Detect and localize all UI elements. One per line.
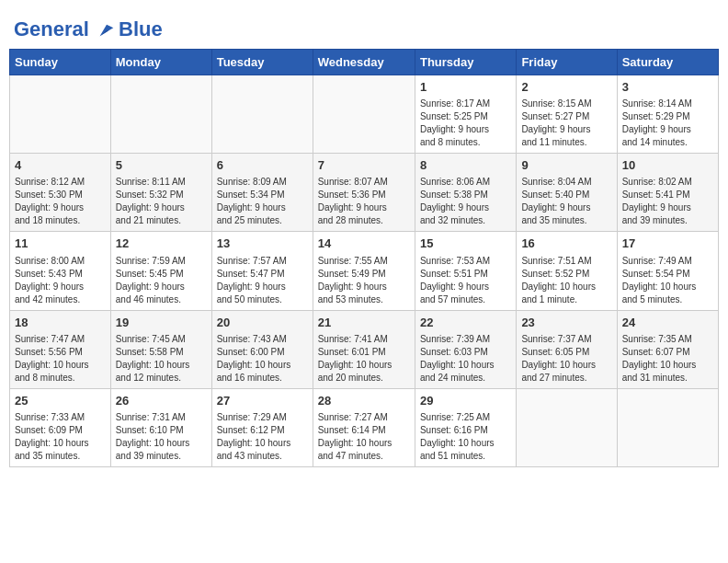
day-number: 20 [217, 315, 308, 331]
calendar-cell: 14Sunrise: 7:55 AM Sunset: 5:49 PM Dayli… [313, 232, 415, 310]
day-info: Sunrise: 8:04 AM Sunset: 5:40 PM Dayligh… [521, 176, 611, 227]
logo-blue: Blue [119, 17, 163, 41]
day-number: 23 [521, 315, 611, 331]
day-info: Sunrise: 7:53 AM Sunset: 5:51 PM Dayligh… [420, 255, 511, 306]
day-number: 13 [217, 236, 308, 252]
day-info: Sunrise: 8:17 AM Sunset: 5:25 PM Dayligh… [420, 98, 511, 149]
calendar-cell [517, 388, 617, 466]
day-info: Sunrise: 7:31 AM Sunset: 6:10 PM Dayligh… [116, 411, 207, 463]
day-number: 15 [420, 236, 511, 252]
day-info: Sunrise: 8:15 AM Sunset: 5:27 PM Dayligh… [521, 98, 611, 149]
calendar-cell: 6Sunrise: 8:09 AM Sunset: 5:34 PM Daylig… [211, 154, 313, 232]
day-number: 1 [420, 79, 511, 96]
day-info: Sunrise: 8:02 AM Sunset: 5:41 PM Dayligh… [622, 176, 713, 227]
calendar-cell: 12Sunrise: 7:59 AM Sunset: 5:45 PM Dayli… [110, 232, 211, 310]
day-info: Sunrise: 7:41 AM Sunset: 6:01 PM Dayligh… [318, 333, 410, 385]
page-header: General Blue [9, 9, 719, 41]
day-number: 10 [622, 157, 713, 174]
day-info: Sunrise: 7:27 AM Sunset: 6:14 PM Dayligh… [318, 411, 410, 463]
day-number: 29 [420, 393, 511, 409]
calendar-cell: 29Sunrise: 7:25 AM Sunset: 6:16 PM Dayli… [415, 388, 516, 466]
col-header-saturday: Saturday [617, 50, 718, 75]
day-info: Sunrise: 8:00 AM Sunset: 5:43 PM Dayligh… [15, 255, 106, 306]
calendar-cell: 1Sunrise: 8:17 AM Sunset: 5:25 PM Daylig… [415, 75, 516, 154]
calendar-cell: 20Sunrise: 7:43 AM Sunset: 6:00 PM Dayli… [211, 310, 313, 388]
calendar-cell [211, 75, 313, 154]
day-info: Sunrise: 7:35 AM Sunset: 6:07 PM Dayligh… [622, 333, 713, 385]
calendar-cell: 13Sunrise: 7:57 AM Sunset: 5:47 PM Dayli… [211, 232, 313, 310]
day-number: 18 [15, 315, 106, 331]
day-info: Sunrise: 7:37 AM Sunset: 6:05 PM Dayligh… [521, 333, 611, 385]
calendar-cell: 16Sunrise: 7:51 AM Sunset: 5:52 PM Dayli… [517, 232, 617, 310]
calendar-cell: 27Sunrise: 7:29 AM Sunset: 6:12 PM Dayli… [211, 388, 313, 466]
calendar-cell: 24Sunrise: 7:35 AM Sunset: 6:07 PM Dayli… [617, 310, 718, 388]
day-info: Sunrise: 7:49 AM Sunset: 5:54 PM Dayligh… [622, 255, 713, 306]
day-number: 21 [318, 315, 410, 331]
day-info: Sunrise: 7:43 AM Sunset: 6:00 PM Dayligh… [217, 333, 308, 385]
col-header-sunday: Sunday [10, 50, 111, 75]
day-number: 3 [622, 79, 713, 96]
calendar-table: SundayMondayTuesdayWednesdayThursdayFrid… [9, 49, 719, 467]
calendar-cell: 18Sunrise: 7:47 AM Sunset: 5:56 PM Dayli… [10, 310, 111, 388]
day-number: 28 [318, 393, 410, 409]
day-info: Sunrise: 7:47 AM Sunset: 5:56 PM Dayligh… [15, 333, 106, 385]
day-number: 17 [622, 236, 713, 252]
day-number: 16 [521, 236, 611, 252]
calendar-cell: 26Sunrise: 7:31 AM Sunset: 6:10 PM Dayli… [110, 388, 211, 466]
day-info: Sunrise: 8:12 AM Sunset: 5:30 PM Dayligh… [15, 176, 106, 227]
day-number: 12 [116, 236, 207, 252]
calendar-cell: 7Sunrise: 8:07 AM Sunset: 5:36 PM Daylig… [313, 154, 415, 232]
calendar-cell [617, 388, 718, 466]
day-number: 7 [318, 157, 410, 174]
calendar-cell: 5Sunrise: 8:11 AM Sunset: 5:32 PM Daylig… [110, 154, 211, 232]
calendar-week-row: 11Sunrise: 8:00 AM Sunset: 5:43 PM Dayli… [10, 232, 719, 310]
day-info: Sunrise: 8:07 AM Sunset: 5:36 PM Dayligh… [318, 176, 410, 227]
calendar-cell: 15Sunrise: 7:53 AM Sunset: 5:51 PM Dayli… [415, 232, 516, 310]
logo-bird-icon [97, 21, 117, 41]
day-number: 24 [622, 315, 713, 331]
day-info: Sunrise: 7:45 AM Sunset: 5:58 PM Dayligh… [116, 333, 207, 385]
day-info: Sunrise: 8:14 AM Sunset: 5:29 PM Dayligh… [622, 98, 713, 149]
day-number: 11 [15, 236, 106, 252]
calendar-cell: 21Sunrise: 7:41 AM Sunset: 6:01 PM Dayli… [313, 310, 415, 388]
day-number: 25 [15, 393, 106, 409]
col-header-wednesday: Wednesday [313, 50, 415, 75]
calendar-cell: 3Sunrise: 8:14 AM Sunset: 5:29 PM Daylig… [617, 75, 718, 154]
calendar-cell: 4Sunrise: 8:12 AM Sunset: 5:30 PM Daylig… [10, 154, 111, 232]
calendar-cell: 23Sunrise: 7:37 AM Sunset: 6:05 PM Dayli… [517, 310, 617, 388]
col-header-tuesday: Tuesday [211, 50, 313, 75]
logo-general: General [14, 17, 89, 40]
calendar-cell: 25Sunrise: 7:33 AM Sunset: 6:09 PM Dayli… [10, 388, 111, 466]
day-number: 19 [116, 315, 207, 331]
day-info: Sunrise: 7:55 AM Sunset: 5:49 PM Dayligh… [318, 255, 410, 306]
day-number: 27 [217, 393, 308, 409]
day-number: 22 [420, 315, 511, 331]
day-number: 4 [15, 157, 106, 174]
calendar-cell: 9Sunrise: 8:04 AM Sunset: 5:40 PM Daylig… [517, 154, 617, 232]
calendar-cell [110, 75, 211, 154]
calendar-week-row: 25Sunrise: 7:33 AM Sunset: 6:09 PM Dayli… [10, 388, 719, 466]
calendar-week-row: 1Sunrise: 8:17 AM Sunset: 5:25 PM Daylig… [10, 75, 719, 154]
calendar-week-row: 18Sunrise: 7:47 AM Sunset: 5:56 PM Dayli… [10, 310, 719, 388]
day-number: 9 [521, 157, 611, 174]
calendar-cell: 22Sunrise: 7:39 AM Sunset: 6:03 PM Dayli… [415, 310, 516, 388]
day-info: Sunrise: 7:51 AM Sunset: 5:52 PM Dayligh… [521, 255, 611, 306]
calendar-cell: 28Sunrise: 7:27 AM Sunset: 6:14 PM Dayli… [313, 388, 415, 466]
calendar-cell: 19Sunrise: 7:45 AM Sunset: 5:58 PM Dayli… [110, 310, 211, 388]
day-info: Sunrise: 7:59 AM Sunset: 5:45 PM Dayligh… [116, 255, 207, 306]
calendar-cell: 17Sunrise: 7:49 AM Sunset: 5:54 PM Dayli… [617, 232, 718, 310]
calendar-week-row: 4Sunrise: 8:12 AM Sunset: 5:30 PM Daylig… [10, 154, 719, 232]
calendar-cell: 2Sunrise: 8:15 AM Sunset: 5:27 PM Daylig… [517, 75, 617, 154]
day-info: Sunrise: 7:29 AM Sunset: 6:12 PM Dayligh… [217, 411, 308, 463]
day-number: 8 [420, 157, 511, 174]
calendar-header-row: SundayMondayTuesdayWednesdayThursdayFrid… [10, 50, 719, 75]
calendar-cell: 8Sunrise: 8:06 AM Sunset: 5:38 PM Daylig… [415, 154, 516, 232]
day-info: Sunrise: 7:33 AM Sunset: 6:09 PM Dayligh… [15, 411, 106, 463]
col-header-monday: Monday [110, 50, 211, 75]
calendar-cell [10, 75, 111, 154]
day-info: Sunrise: 7:57 AM Sunset: 5:47 PM Dayligh… [217, 255, 308, 306]
day-number: 2 [521, 79, 611, 96]
day-info: Sunrise: 8:09 AM Sunset: 5:34 PM Dayligh… [217, 176, 308, 227]
logo: General Blue [14, 17, 163, 41]
day-info: Sunrise: 8:06 AM Sunset: 5:38 PM Dayligh… [420, 176, 511, 227]
